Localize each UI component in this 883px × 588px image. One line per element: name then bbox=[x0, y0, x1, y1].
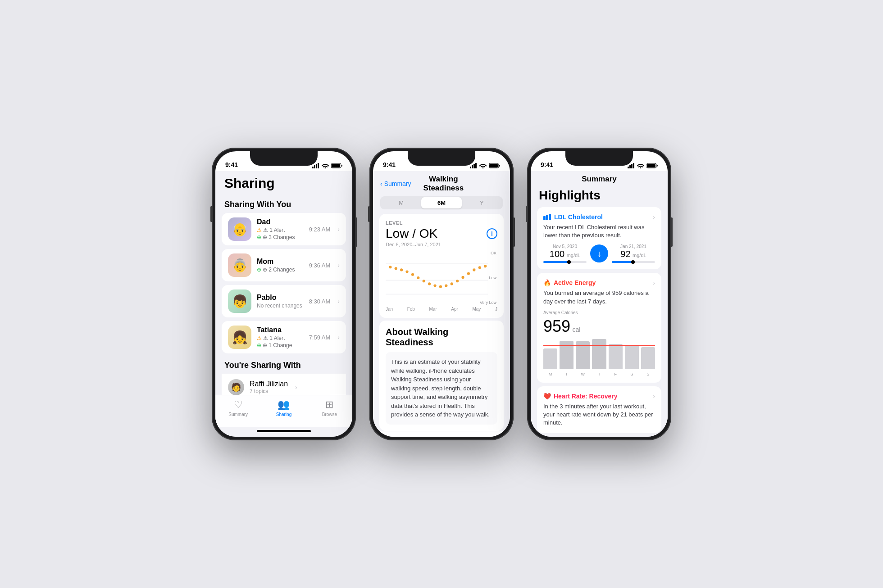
highlight-card-heart[interactable]: ❤️ Heart Rate: Recovery › In the 3 minut… bbox=[537, 386, 661, 434]
avatar-tatiana: 👧 bbox=[228, 326, 251, 349]
chol-after-value: 92 bbox=[620, 249, 630, 259]
chol-before-bar bbox=[543, 261, 587, 263]
highlight-card-ldl[interactable]: LDL Cholesterol › Your recent LDL Choles… bbox=[537, 207, 661, 269]
svg-rect-3 bbox=[318, 163, 319, 168]
contact-pablo[interactable]: 👦 Pablo No recent changes 8:30 AM › bbox=[222, 285, 346, 317]
time-option-6m[interactable]: 6M bbox=[421, 197, 461, 208]
chevron-ldl: › bbox=[653, 213, 655, 221]
svg-rect-8 bbox=[473, 164, 475, 168]
ldl-icon bbox=[543, 214, 551, 220]
contact-alert-tatiana: ⚠⚠ 1 Alert bbox=[257, 335, 304, 341]
x-label-apr: Apr bbox=[451, 307, 458, 312]
contact-time-dad: 9:23 AM bbox=[309, 226, 331, 233]
back-chevron-icon: ‹ bbox=[380, 180, 382, 187]
chevron-dad: › bbox=[337, 226, 340, 233]
svg-point-28 bbox=[461, 276, 464, 279]
info-button-walking[interactable]: i bbox=[487, 228, 497, 239]
back-button-walking[interactable]: ‹ Summary bbox=[380, 180, 411, 187]
contact-info-raffi: Raffi Jilizian 7 topics bbox=[250, 380, 288, 394]
svg-point-19 bbox=[411, 273, 414, 276]
chart-container-walking: OK Low Very Low bbox=[386, 251, 497, 305]
cal-label: Average Calories bbox=[543, 310, 655, 315]
phone-walking: 9:41 ‹ Summary Walking Steadiness M bbox=[369, 148, 514, 440]
svg-rect-9 bbox=[475, 163, 477, 168]
nav-title-walking: Walking Steadiness bbox=[411, 175, 476, 193]
arrow-down-icon: ↓ bbox=[590, 244, 608, 262]
chart-label-low: Low bbox=[480, 276, 496, 280]
contact-time-pablo: 8:30 AM bbox=[309, 298, 331, 305]
highlight-header-energy: 🔥 Active Energy › bbox=[543, 279, 655, 286]
walking-screen: ‹ Summary Walking Steadiness M 6M Y LEVE… bbox=[373, 171, 510, 437]
contact-name-tatiana: Tatiana bbox=[257, 326, 304, 334]
svg-point-15 bbox=[389, 266, 391, 268]
contact-dad[interactable]: 👴 Dad ⚠⚠ 1 Alert ⊕⊕ 3 Changes 9:23 AM › bbox=[222, 213, 346, 245]
time-option-y[interactable]: Y bbox=[462, 197, 502, 208]
contact-raffi[interactable]: 🧑 Raffi Jilizian 7 topics › bbox=[222, 374, 346, 395]
cal-value: 959 bbox=[543, 317, 570, 335]
chol-after-date: Jan 21, 2021 bbox=[612, 244, 655, 249]
avatar-raffi: 🧑 bbox=[228, 379, 244, 395]
tab-sharing-sharing[interactable]: 👥 Sharing bbox=[270, 399, 297, 417]
highlights-title: Highlights bbox=[531, 186, 668, 207]
highlight-header-heart: ❤️ Heart Rate: Recovery › bbox=[543, 393, 655, 400]
time-selector-walking: M 6M Y bbox=[380, 196, 503, 209]
bar-f: F bbox=[609, 344, 623, 369]
bar-w: W bbox=[576, 341, 590, 369]
phone-summary-inner: 9:41 Summary Highlights bbox=[531, 151, 668, 437]
highlight-type-heart: ❤️ Heart Rate: Recovery bbox=[543, 393, 618, 400]
about-section-walking: About Walking Steadiness This is an esti… bbox=[379, 321, 504, 431]
svg-rect-2 bbox=[316, 164, 317, 168]
x-label-jan: Jan bbox=[386, 307, 393, 312]
highlight-card-energy[interactable]: 🔥 Active Energy › You burned an average … bbox=[537, 273, 661, 382]
tab-sharing-walking[interactable]: 👥 Sharing bbox=[428, 435, 455, 437]
svg-point-16 bbox=[395, 267, 397, 270]
cal-value-row: 959 cal bbox=[543, 317, 655, 336]
tab-browse-walking[interactable]: ⊞ Browse bbox=[473, 435, 501, 437]
phone-sharing-inner: 9:41 Sharing Sharing With You 👴 Dad bbox=[215, 151, 352, 437]
svg-point-30 bbox=[473, 268, 475, 271]
chevron-energy: › bbox=[653, 279, 655, 286]
tab-summary-walking[interactable]: ♡ Summary bbox=[382, 435, 410, 437]
svg-rect-0 bbox=[312, 167, 314, 168]
time-walking: 9:41 bbox=[383, 161, 396, 168]
chol-before-unit: mg/dL bbox=[567, 253, 581, 258]
contact-tatiana[interactable]: 👧 Tatiana ⚠⚠ 1 Alert ⊕⊕ 1 Change 7:59 AM… bbox=[222, 321, 346, 353]
contact-changes-tatiana: ⊕⊕ 1 Change bbox=[257, 342, 304, 348]
svg-point-29 bbox=[467, 272, 470, 275]
chevron-raffi: › bbox=[295, 384, 297, 391]
heart-icon: ❤️ bbox=[543, 393, 551, 400]
highlight-type-energy: 🔥 Active Energy bbox=[543, 279, 596, 286]
time-summary: 9:41 bbox=[541, 161, 553, 168]
heart-tab-icon-walking: ♡ bbox=[391, 435, 401, 437]
svg-rect-39 bbox=[543, 216, 546, 220]
summary-nav-title: Summary bbox=[531, 171, 668, 186]
contact-alert-dad: ⚠⚠ 1 Alert bbox=[257, 227, 304, 233]
avatar-mom: 👵 bbox=[228, 253, 251, 277]
chol-before-value: 100 bbox=[550, 249, 564, 259]
sharing-scroll[interactable]: Sharing Sharing With You 👴 Dad ⚠⚠ 1 Aler… bbox=[215, 171, 352, 395]
tab-summary-sharing[interactable]: ♡ Summary bbox=[225, 399, 252, 417]
chart-labels-right: OK Low Very Low bbox=[479, 251, 497, 305]
svg-rect-33 bbox=[628, 167, 629, 168]
contact-info-tatiana: Tatiana ⚠⚠ 1 Alert ⊕⊕ 1 Change bbox=[257, 326, 304, 348]
chevron-pablo: › bbox=[337, 298, 340, 305]
chart-section-walking: LEVEL Low / OK i Dec 8, 2020–Jun 7, 2021… bbox=[379, 214, 504, 318]
highlight-desc-ldl: Your recent LDL Cholesterol result was l… bbox=[543, 223, 655, 240]
heart-tab-icon: ♡ bbox=[234, 399, 243, 411]
avatar-pablo: 👦 bbox=[228, 289, 251, 313]
highlight-desc-heart: In the 3 minutes after your last workout… bbox=[543, 403, 655, 427]
tab-browse-label: Browse bbox=[322, 412, 337, 417]
home-indicator-sharing bbox=[257, 430, 311, 432]
time-option-m[interactable]: M bbox=[381, 197, 421, 208]
tab-browse-sharing[interactable]: ⊞ Browse bbox=[316, 399, 343, 417]
battery-icon-sharing bbox=[331, 163, 342, 168]
contact-name-mom: Mom bbox=[257, 258, 304, 266]
sharing-tab-icon: 👥 bbox=[278, 399, 290, 411]
contact-mom[interactable]: 👵 Mom ⊕⊕ 2 Changes 9:36 AM › bbox=[222, 249, 346, 281]
phone-summary: 9:41 Summary Highlights bbox=[527, 148, 671, 440]
level-value: Low / OK i bbox=[386, 226, 497, 241]
phone-walking-inner: 9:41 ‹ Summary Walking Steadiness M bbox=[373, 151, 510, 437]
x-label-mar: Mar bbox=[429, 307, 437, 312]
svg-point-20 bbox=[417, 276, 419, 279]
contact-info-dad: Dad ⚠⚠ 1 Alert ⊕⊕ 3 Changes bbox=[257, 218, 304, 240]
